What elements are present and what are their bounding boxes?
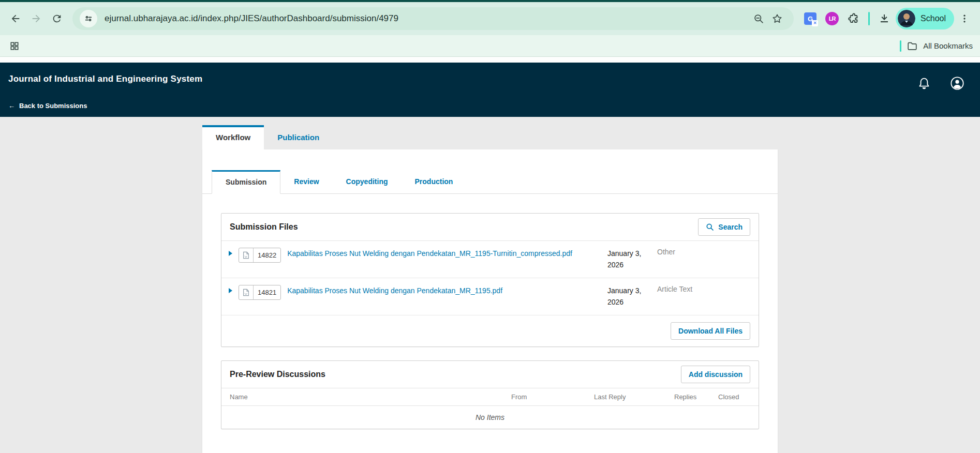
discussions-empty-state: No Items [221, 406, 759, 429]
expand-caret-icon[interactable] [229, 251, 232, 256]
back-arrow-icon: ← [8, 102, 15, 110]
column-from: From [511, 393, 594, 401]
tab-grid-icon[interactable] [7, 39, 22, 53]
tab-publication[interactable]: Publication [264, 125, 333, 149]
app-header: Journal of Industrial and Engineering Sy… [0, 63, 980, 117]
browser-toolbar: ejurnal.ubharajaya.ac.id/index.php/JIES/… [0, 2, 980, 35]
stage-content: Submission Files Search 14822Kapabilitas… [202, 194, 778, 448]
zoom-out-icon[interactable] [749, 9, 768, 28]
add-discussion-button[interactable]: Add discussion [681, 366, 750, 383]
file-id-badge: 14822 [239, 248, 281, 263]
url-text[interactable]: ejurnal.ubharajaya.ac.id/index.php/JIES/… [105, 13, 749, 24]
column-replies: Replies [674, 393, 718, 401]
avatar [898, 10, 915, 27]
extensions-area: G LR [799, 11, 896, 26]
reload-icon[interactable] [47, 8, 67, 29]
column-name: Name [230, 393, 511, 401]
workflow-card: Submission Review Copyediting Production… [202, 149, 778, 453]
folder-icon [907, 40, 918, 52]
column-last-reply: Last Reply [594, 393, 674, 401]
stage-tab-copyediting[interactable]: Copyediting [333, 170, 402, 193]
pre-review-discussions-title: Pre-Review Discussions [230, 370, 325, 379]
file-date: January 3, 2026 [607, 248, 657, 271]
stage-tab-production[interactable]: Production [402, 170, 467, 193]
lr-extension-icon[interactable]: LR [825, 11, 839, 26]
discussions-column-headers: Name From Last Reply Replies Closed [221, 388, 759, 406]
file-date: January 3, 2026 [607, 285, 657, 308]
file-type: Other [657, 248, 750, 271]
profile-chip[interactable]: School [896, 8, 954, 29]
workflow-content: Workflow Publication Submission Review C… [202, 117, 778, 453]
extensions-puzzle-icon[interactable] [847, 11, 861, 26]
address-bar[interactable]: ejurnal.ubharajaya.ac.id/index.php/JIES/… [72, 7, 794, 30]
file-link[interactable]: Kapabilitas Proses Nut Welding dengan Pe… [287, 249, 572, 258]
bookmarks-bar: All Bookmarks [0, 35, 980, 57]
journal-title: Journal of Industrial and Engineering Sy… [8, 63, 972, 84]
submission-files-panel: Submission Files Search 14822Kapabilitas… [221, 213, 759, 347]
back-icon[interactable] [5, 8, 26, 29]
column-closed: Closed [718, 393, 750, 401]
main-tabs: Workflow Publication [202, 125, 778, 149]
forward-icon[interactable] [26, 8, 47, 29]
file-id-badge: 14821 [239, 285, 281, 300]
stage-tab-submission[interactable]: Submission [212, 170, 280, 194]
all-bookmarks-label: All Bookmarks [923, 41, 973, 50]
back-to-submissions-link[interactable]: ← Back to Submissions [8, 102, 87, 110]
file-row: 14822Kapabilitas Proses Nut Welding deng… [221, 241, 759, 278]
search-icon [706, 223, 714, 231]
pre-review-discussions-panel: Pre-Review Discussions Add discussion Na… [221, 360, 759, 429]
translate-extension-icon[interactable]: G [803, 11, 818, 26]
expand-caret-icon[interactable] [229, 288, 232, 293]
toolbar-divider [868, 12, 870, 25]
stage-tabs: Submission Review Copyediting Production [202, 149, 778, 194]
user-menu-icon[interactable] [950, 76, 964, 90]
downloads-icon[interactable] [877, 11, 892, 26]
bookmarks-divider [900, 40, 901, 52]
search-button[interactable]: Search [698, 218, 750, 236]
notifications-bell-icon[interactable] [917, 76, 931, 90]
file-link[interactable]: Kapabilitas Proses Nut Welding dengan Pe… [287, 286, 502, 295]
back-to-submissions-label: Back to Submissions [19, 102, 87, 110]
profile-name: School [920, 14, 946, 23]
site-settings-icon[interactable] [80, 10, 97, 27]
file-row: 14821Kapabilitas Proses Nut Welding deng… [221, 278, 759, 315]
pdf-file-icon [239, 287, 253, 298]
stage-tab-review[interactable]: Review [280, 170, 332, 193]
pdf-file-icon [239, 250, 253, 261]
page-top-gap [0, 57, 980, 63]
file-type: Article Text [657, 285, 750, 308]
bookmark-star-icon[interactable] [768, 9, 786, 28]
download-all-files-button[interactable]: Download All Files [671, 322, 750, 340]
submission-files-title: Submission Files [230, 222, 298, 232]
tab-workflow[interactable]: Workflow [202, 125, 264, 149]
all-bookmarks-button[interactable]: All Bookmarks [900, 40, 973, 52]
browser-menu-icon[interactable] [954, 8, 975, 29]
